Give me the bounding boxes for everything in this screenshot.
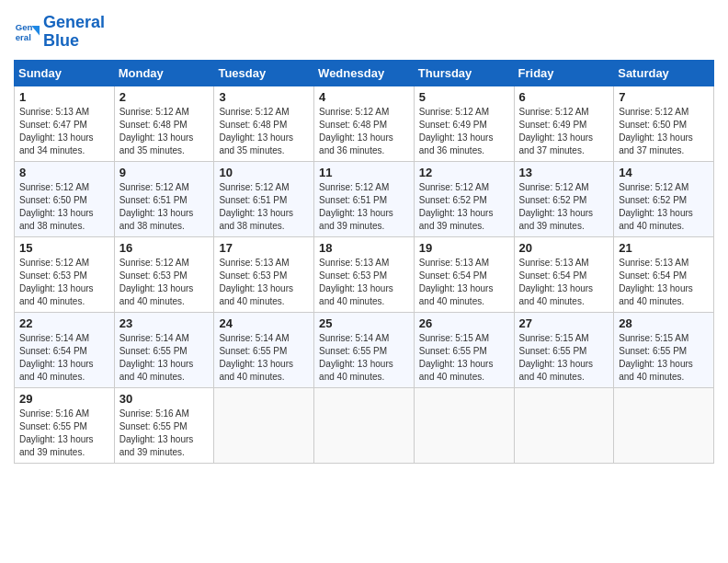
calendar-cell [314, 387, 415, 463]
day-detail: Sunrise: 5:12 AMSunset: 6:51 PMDaylight:… [219, 181, 309, 233]
svg-marker-3 [31, 26, 40, 36]
calendar-week-row: 22Sunrise: 5:14 AMSunset: 6:54 PMDayligh… [15, 312, 714, 387]
day-detail: Sunrise: 5:13 AMSunset: 6:47 PMDaylight:… [19, 106, 109, 157]
logo: Gen eral General Blue [14, 14, 105, 51]
day-number: 21 [619, 241, 709, 255]
calendar-cell: 11Sunrise: 5:12 AMSunset: 6:51 PMDayligh… [314, 161, 415, 236]
day-number: 9 [119, 166, 210, 179]
day-number: 27 [519, 316, 609, 330]
calendar-cell: 1Sunrise: 5:13 AMSunset: 6:47 PMDaylight… [15, 86, 115, 161]
calendar-cell: 24Sunrise: 5:14 AMSunset: 6:55 PMDayligh… [214, 312, 314, 387]
svg-text:eral: eral [16, 32, 31, 42]
calendar-week-row: 8Sunrise: 5:12 AMSunset: 6:50 PMDaylight… [15, 161, 714, 236]
calendar-cell: 14Sunrise: 5:12 AMSunset: 6:52 PMDayligh… [614, 161, 714, 236]
calendar-cell [614, 387, 714, 463]
day-number: 10 [219, 166, 309, 179]
day-number: 11 [319, 166, 409, 179]
day-number: 15 [19, 241, 109, 255]
day-number: 17 [219, 241, 309, 255]
calendar-cell: 12Sunrise: 5:12 AMSunset: 6:52 PMDayligh… [414, 161, 514, 236]
day-number: 16 [119, 241, 210, 255]
day-number: 5 [419, 90, 509, 104]
day-number: 26 [419, 316, 509, 330]
day-number: 23 [119, 316, 210, 330]
day-detail: Sunrise: 5:16 AMSunset: 6:55 PMDaylight:… [19, 408, 109, 459]
day-detail: Sunrise: 5:16 AMSunset: 6:55 PMDaylight:… [119, 408, 210, 459]
day-detail: Sunrise: 5:13 AMSunset: 6:54 PMDaylight:… [619, 257, 709, 308]
day-number: 22 [19, 316, 109, 330]
day-detail: Sunrise: 5:14 AMSunset: 6:55 PMDaylight:… [319, 332, 409, 384]
calendar-cell: 17Sunrise: 5:13 AMSunset: 6:53 PMDayligh… [214, 236, 314, 312]
calendar-cell: 21Sunrise: 5:13 AMSunset: 6:54 PMDayligh… [614, 236, 714, 312]
day-number: 3 [219, 90, 309, 104]
calendar-cell [414, 387, 514, 463]
day-number: 8 [19, 166, 109, 179]
calendar-week-row: 1Sunrise: 5:13 AMSunset: 6:47 PMDaylight… [15, 86, 714, 161]
day-detail: Sunrise: 5:14 AMSunset: 6:55 PMDaylight:… [219, 332, 309, 384]
calendar-cell: 8Sunrise: 5:12 AMSunset: 6:50 PMDaylight… [15, 161, 115, 236]
calendar-week-row: 29Sunrise: 5:16 AMSunset: 6:55 PMDayligh… [15, 387, 714, 463]
day-detail: Sunrise: 5:12 AMSunset: 6:48 PMDaylight:… [119, 106, 210, 157]
calendar-cell: 10Sunrise: 5:12 AMSunset: 6:51 PMDayligh… [214, 161, 314, 236]
day-detail: Sunrise: 5:14 AMSunset: 6:55 PMDaylight:… [119, 332, 210, 384]
day-number: 18 [319, 241, 409, 255]
day-number: 6 [519, 90, 609, 104]
day-detail: Sunrise: 5:13 AMSunset: 6:54 PMDaylight:… [519, 257, 609, 308]
calendar-cell: 25Sunrise: 5:14 AMSunset: 6:55 PMDayligh… [314, 312, 415, 387]
day-number: 30 [119, 392, 210, 406]
day-detail: Sunrise: 5:12 AMSunset: 6:53 PMDaylight:… [19, 257, 109, 308]
day-number: 20 [519, 241, 609, 255]
calendar-cell: 29Sunrise: 5:16 AMSunset: 6:55 PMDayligh… [15, 387, 115, 463]
calendar-cell: 27Sunrise: 5:15 AMSunset: 6:55 PMDayligh… [514, 312, 614, 387]
logo-icon: Gen eral [14, 19, 40, 45]
day-detail: Sunrise: 5:12 AMSunset: 6:50 PMDaylight:… [619, 106, 709, 157]
calendar-header-wednesday: Wednesday [314, 60, 415, 86]
calendar-cell: 23Sunrise: 5:14 AMSunset: 6:55 PMDayligh… [114, 312, 214, 387]
day-detail: Sunrise: 5:12 AMSunset: 6:50 PMDaylight:… [19, 181, 109, 233]
calendar-cell: 15Sunrise: 5:12 AMSunset: 6:53 PMDayligh… [15, 236, 115, 312]
calendar-header-friday: Friday [514, 60, 614, 86]
calendar-header-sunday: Sunday [15, 60, 115, 86]
calendar-cell [514, 387, 614, 463]
calendar-cell: 28Sunrise: 5:15 AMSunset: 6:55 PMDayligh… [614, 312, 714, 387]
day-detail: Sunrise: 5:12 AMSunset: 6:48 PMDaylight:… [219, 106, 309, 157]
calendar-cell: 18Sunrise: 5:13 AMSunset: 6:53 PMDayligh… [314, 236, 415, 312]
day-number: 19 [419, 241, 509, 255]
calendar-cell: 22Sunrise: 5:14 AMSunset: 6:54 PMDayligh… [15, 312, 115, 387]
day-detail: Sunrise: 5:13 AMSunset: 6:53 PMDaylight:… [319, 257, 409, 308]
calendar-cell: 7Sunrise: 5:12 AMSunset: 6:50 PMDaylight… [614, 86, 714, 161]
header: Gen eral General Blue [14, 14, 714, 51]
day-number: 28 [619, 316, 709, 330]
day-number: 4 [319, 90, 409, 104]
calendar-cell: 13Sunrise: 5:12 AMSunset: 6:52 PMDayligh… [514, 161, 614, 236]
svg-text:Gen: Gen [16, 22, 33, 32]
day-detail: Sunrise: 5:12 AMSunset: 6:48 PMDaylight:… [319, 106, 409, 157]
calendar-cell: 16Sunrise: 5:12 AMSunset: 6:53 PMDayligh… [114, 236, 214, 312]
day-detail: Sunrise: 5:12 AMSunset: 6:53 PMDaylight:… [119, 257, 210, 308]
day-detail: Sunrise: 5:12 AMSunset: 6:52 PMDaylight:… [519, 181, 609, 233]
day-number: 12 [419, 166, 509, 179]
calendar-cell: 9Sunrise: 5:12 AMSunset: 6:51 PMDaylight… [114, 161, 214, 236]
day-number: 1 [19, 90, 109, 104]
day-detail: Sunrise: 5:15 AMSunset: 6:55 PMDaylight:… [519, 332, 609, 384]
day-number: 25 [319, 316, 409, 330]
calendar-cell: 5Sunrise: 5:12 AMSunset: 6:49 PMDaylight… [414, 86, 514, 161]
calendar-cell: 3Sunrise: 5:12 AMSunset: 6:48 PMDaylight… [214, 86, 314, 161]
calendar-cell: 26Sunrise: 5:15 AMSunset: 6:55 PMDayligh… [414, 312, 514, 387]
day-number: 13 [519, 166, 609, 179]
day-number: 29 [19, 392, 109, 406]
calendar-header-tuesday: Tuesday [214, 60, 314, 86]
day-detail: Sunrise: 5:12 AMSunset: 6:49 PMDaylight:… [419, 106, 509, 157]
calendar-cell: 6Sunrise: 5:12 AMSunset: 6:49 PMDaylight… [514, 86, 614, 161]
day-detail: Sunrise: 5:12 AMSunset: 6:49 PMDaylight:… [519, 106, 609, 157]
day-detail: Sunrise: 5:13 AMSunset: 6:53 PMDaylight:… [219, 257, 309, 308]
calendar-cell [214, 387, 314, 463]
day-number: 24 [219, 316, 309, 330]
day-detail: Sunrise: 5:15 AMSunset: 6:55 PMDaylight:… [419, 332, 509, 384]
calendar-cell: 20Sunrise: 5:13 AMSunset: 6:54 PMDayligh… [514, 236, 614, 312]
logo-text: General Blue [43, 14, 105, 51]
calendar-cell: 4Sunrise: 5:12 AMSunset: 6:48 PMDaylight… [314, 86, 415, 161]
day-number: 7 [619, 90, 709, 104]
calendar-table: SundayMondayTuesdayWednesdayThursdayFrid… [14, 60, 714, 464]
day-number: 14 [619, 166, 709, 179]
